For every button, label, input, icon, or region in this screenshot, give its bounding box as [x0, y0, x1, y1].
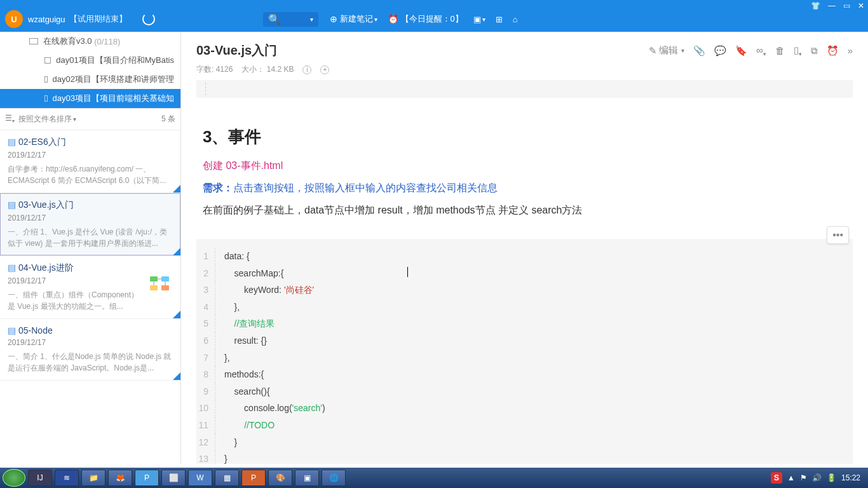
svg-rect-2: [150, 285, 158, 290]
folder-icon: [29, 38, 38, 44]
note-card[interactable]: ▤03-Vue.js入门 2019/12/17 一、介绍 1、Vue.js 是什…: [0, 193, 180, 256]
req-label: 需求：: [203, 182, 233, 193]
ime-icon[interactable]: S: [771, 472, 782, 484]
svg-rect-3: [161, 285, 169, 290]
window-icon[interactable]: ▣▾: [473, 15, 485, 24]
edit-icon: ✎: [649, 45, 657, 57]
close-button[interactable]: ✕: [858, 1, 864, 10]
note-title: 05-Node: [18, 325, 53, 336]
username[interactable]: wzatguigu: [28, 15, 65, 24]
info-icon[interactable]: i: [302, 65, 311, 74]
note-count: 5 条: [161, 114, 175, 125]
article-body: 3、事件 创建 03-事件.html 需求：点击查询按钮，按照输入框中输入的内容…: [181, 98, 868, 239]
tree-item-day03[interactable]: day03项目【项目前端相关基础知: [0, 89, 180, 108]
corner-icon: [173, 372, 180, 380]
note-date: 2019/12/17: [8, 151, 173, 159]
tag-icon[interactable]: 🔖: [735, 45, 747, 57]
task-item[interactable]: 🦊: [108, 470, 132, 486]
note-card[interactable]: ▤04-Vue.js进阶 2019/12/17 一、组件（重点）组件（Compo…: [0, 256, 180, 319]
description-text: 在前面的例子基础上，data节点中增加 result，增加 methods节点 …: [203, 204, 846, 217]
code-line: 10 console.log('search'): [196, 400, 853, 417]
tree-item-day02[interactable]: day02项目【环境搭建和讲师管理: [0, 70, 180, 89]
corner-icon: [173, 311, 180, 318]
new-note-button[interactable]: ⊕ 新建笔记 ▾: [330, 13, 377, 25]
task-item[interactable]: ▦: [215, 470, 239, 486]
chevron-down-icon[interactable]: ▾: [310, 16, 313, 23]
folder-icon: [44, 57, 51, 64]
clock-icon: ⏰: [388, 14, 398, 24]
task-item[interactable]: W: [188, 470, 212, 486]
shirt-icon[interactable]: 👕: [811, 1, 820, 10]
reminder-button[interactable]: ⏰ 【今日提醒：0】: [388, 13, 463, 25]
flag-icon[interactable]: ⚑: [800, 473, 807, 482]
apps-icon[interactable]: ⊞: [496, 15, 503, 24]
link-icon[interactable]: ⧉: [811, 45, 818, 57]
note-card[interactable]: ▤02-ES6入门 2019/12/17 自学参考：http://es6.rua…: [0, 130, 180, 193]
chevron-down-icon[interactable]: ▾: [374, 16, 377, 23]
code-block[interactable]: 1data: {2 searchMap:{3 keyWord: '尚硅谷'4 }…: [196, 239, 853, 464]
chevron-down-icon[interactable]: ▾: [73, 116, 76, 123]
tree-item-day01[interactable]: day01项目【项目介绍和MyBatis: [0, 51, 180, 70]
book-icon[interactable]: ▯▾: [794, 44, 802, 57]
search-box[interactable]: 🔍 ▾: [263, 12, 318, 27]
task-item[interactable]: P: [135, 470, 159, 486]
code-line: 6 result: {}: [196, 332, 853, 349]
tree-item-label: day03项目【项目前端相关基础知: [53, 93, 174, 104]
window-controls: 👕 — ▭ ✕: [811, 0, 864, 10]
volume-icon[interactable]: 🔊: [812, 473, 822, 482]
sort-bar[interactable]: ☰▾ 按照文件名排序 ▾ 5 条: [0, 109, 180, 130]
trash-icon[interactable]: 🗑: [775, 45, 785, 56]
float-more-button[interactable]: •••: [827, 226, 849, 244]
svg-rect-1: [161, 276, 169, 281]
system-tray: S ▲ ⚑ 🔊 🔋 15:22: [771, 472, 865, 484]
edit-button[interactable]: ✎编辑▾: [649, 44, 684, 57]
task-item[interactable]: ▣: [295, 470, 319, 486]
note-preview: 一、简介 1、什么是Node.js 简单的说 Node.js 就是运行在服务端的…: [8, 351, 173, 374]
requirement-text: 需求：点击查询按钮，按照输入框中输入的内容查找公司相关信息: [203, 182, 846, 195]
doc-icon: ▤: [8, 262, 16, 273]
refresh-icon[interactable]: [142, 13, 155, 25]
tray-icon[interactable]: ▲: [787, 473, 795, 482]
comment-icon[interactable]: 💬: [714, 45, 726, 57]
code-line: 2 searchMap:{: [196, 265, 853, 282]
note-title: 03-Vue.js入门: [18, 200, 74, 210]
task-item[interactable]: P: [241, 470, 266, 486]
sort-label: 按照文件名排序: [18, 114, 72, 125]
tree-folder-root[interactable]: 在线教育v3.0 (0/118): [0, 32, 180, 51]
doc-icon: ▤: [8, 325, 16, 336]
task-item[interactable]: IJ: [28, 470, 52, 486]
minimize-button[interactable]: —: [828, 1, 836, 10]
maximize-button[interactable]: ▭: [843, 1, 850, 10]
folder-label: 在线教育v3.0: [43, 36, 92, 47]
search-input[interactable]: [283, 15, 309, 24]
attachment-icon[interactable]: 📎: [693, 45, 705, 57]
code-line: 4 },: [196, 299, 853, 316]
doc-meta: 字数: 4126 大小： 14.2 KB i +: [181, 64, 868, 80]
topbar: U wzatguigu 【试用期结束】 🔍 ▾ ⊕ 新建笔记 ▾ ⏰ 【今日提醒…: [0, 6, 868, 32]
corner-icon: [173, 248, 180, 255]
edit-label: 编辑: [659, 44, 678, 57]
task-item[interactable]: ≋: [55, 470, 79, 486]
app-logo[interactable]: U: [5, 10, 23, 28]
folder-icon: [44, 95, 48, 102]
task-item[interactable]: 🌐: [322, 470, 346, 486]
main: 在线教育v3.0 (0/118) day01项目【项目介绍和MyBatis da…: [0, 32, 868, 464]
code-line: 12 }: [196, 434, 853, 451]
start-button[interactable]: [3, 469, 25, 487]
note-preview: 一、介绍 1、Vue.js 是什么 Vue (读音 /vjuː/，类似于 vie…: [8, 226, 173, 249]
task-item[interactable]: 🎨: [268, 470, 292, 486]
more-icon[interactable]: »: [848, 45, 853, 56]
alarm-icon[interactable]: ⏰: [827, 45, 839, 57]
share-icon[interactable]: ∞▾: [756, 44, 766, 57]
task-item[interactable]: ⬜: [161, 470, 186, 486]
menu-icon[interactable]: ☰▾: [5, 114, 15, 124]
task-item[interactable]: 📁: [81, 470, 105, 486]
battery-icon[interactable]: 🔋: [827, 473, 836, 482]
clock[interactable]: 15:22: [841, 473, 860, 482]
doc-header: 03-Vue.js入门 ✎编辑▾ 📎 💬 🔖 ∞▾ 🗑 ▯▾ ⧉ ⏰ »: [181, 32, 868, 64]
code-line: 5 //查询结果: [196, 315, 853, 332]
note-card[interactable]: ▤05-Node 2019/12/17 一、简介 1、什么是Node.js 简单…: [0, 319, 180, 381]
plus-icon[interactable]: +: [320, 65, 329, 74]
titlebar: [0, 0, 868, 6]
home-icon[interactable]: ⌂: [513, 15, 518, 24]
